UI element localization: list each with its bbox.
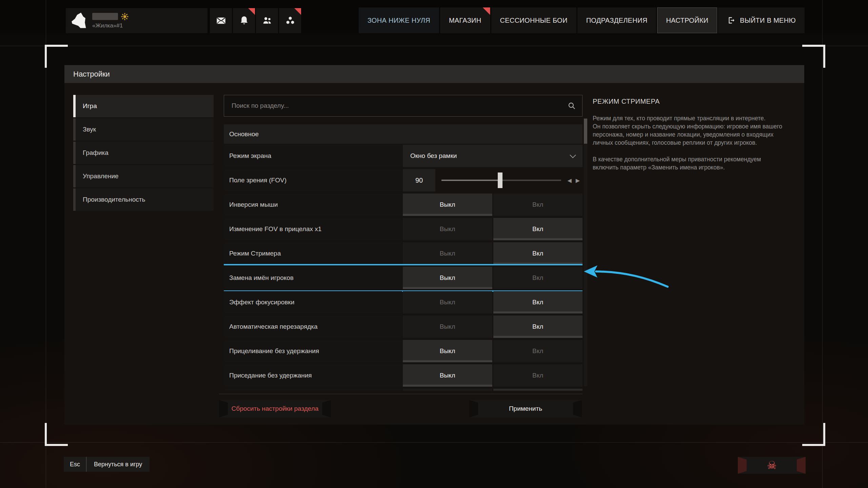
sidebar-item-производительность[interactable]: Производительность (73, 188, 214, 211)
fov-increase-button[interactable]: ▶ (576, 177, 580, 184)
list-divider (219, 394, 583, 394)
frame-line-right (822, 0, 823, 488)
fov-stepper: ◀▶ (567, 169, 583, 191)
toggle-off-button[interactable]: Выкл (403, 291, 492, 313)
toggle-off-button[interactable]: Выкл (403, 316, 492, 338)
squad-icon (285, 15, 296, 26)
sidebar-item-звук[interactable]: Звук (73, 118, 214, 141)
setting-label: Инверсия мыши (224, 194, 402, 216)
toggle-on-button[interactable]: Вкл (493, 194, 583, 216)
setting-row-8: Прицеливание без удержанияВыклВкл (224, 340, 583, 362)
slider-handle[interactable] (498, 172, 502, 188)
setting-label: Режим Стримера (224, 242, 402, 265)
toggle-off-button[interactable]: Выкл (403, 218, 492, 240)
nav-item-label: ПОДРАЗДЕЛЕНИЯ (586, 17, 648, 24)
toggle-off-button[interactable]: Выкл (403, 242, 492, 265)
settings-panel: Настройки ИграЗвукГрафикаУправлениеПроиз… (64, 65, 804, 425)
toggle-off-button[interactable]: Выкл (403, 364, 492, 387)
scrollbar-thumb[interactable] (584, 119, 587, 144)
squad-button[interactable] (279, 8, 301, 33)
sidebar-item-bar (73, 165, 76, 187)
sidebar-item-графика[interactable]: Графика (73, 142, 214, 164)
search-box[interactable] (224, 95, 583, 117)
player-name-redacted (92, 13, 118, 20)
toggle-on-button[interactable]: Вкл (493, 291, 583, 313)
settings-rows: Режим экранаОкно без рамкиПоле зрения (F… (224, 145, 583, 391)
suicide-button[interactable]: ☠ (738, 457, 806, 474)
notification-badge (294, 8, 301, 15)
notifications-button[interactable] (233, 8, 255, 33)
sidebar-item-игра[interactable]: Игра (73, 95, 214, 117)
nav-item-сессионные-бои[interactable]: СЕССИОННЫЕ БОИ (491, 7, 576, 33)
settings-scrollbar[interactable] (584, 118, 587, 386)
toggle-on-button[interactable]: Вкл (493, 316, 583, 338)
nav-item-label: ЗОНА НИЖЕ НУЛЯ (368, 17, 430, 24)
info-title: РЕЖИМ СТРИМЕРА (593, 98, 796, 105)
setting-row-5: Замена имён игроковВыклВкл (224, 267, 583, 289)
toggle-off-button[interactable]: Выкл (403, 389, 492, 391)
game-settings-screen: «Жилка»#1 ЗОНА НИЖЕ НУЛЯМАГАЗИНСЕССИОННЫ… (0, 0, 868, 488)
toggle-on-button[interactable]: Вкл (493, 364, 583, 387)
toggle-control: ВыклВкл (403, 242, 583, 265)
settings-main-column: Основное Режим экранаОкно без рамкиПоле … (224, 65, 583, 425)
setting-row-3: Изменение FOV в прицелах x1ВыклВкл (224, 218, 583, 240)
setting-label: Прицеливание без удержания (224, 340, 402, 362)
toggle-control: ВыклВкл (403, 316, 583, 338)
exit-icon (727, 16, 736, 25)
toggle-control: ВыклВкл (403, 340, 583, 362)
nav-item-настройки[interactable]: НАСТРОЙКИ (657, 7, 717, 33)
setting-label: Эффект фокусировки (224, 291, 402, 313)
search-input[interactable] (224, 102, 567, 109)
setting-row-2: Инверсия мышиВыклВкл (224, 194, 583, 216)
mail-button[interactable] (210, 8, 232, 33)
frame-line-top (0, 46, 868, 46)
fov-slider[interactable] (441, 169, 561, 191)
fov-decrease-button[interactable]: ◀ (567, 177, 571, 184)
notifications-icon (239, 15, 250, 26)
setting-label: Замена имён игроков (224, 267, 402, 289)
toggle-off-button[interactable]: Выкл (403, 267, 492, 289)
toggle-off-button[interactable]: Выкл (403, 194, 492, 216)
esc-key-label: Esc (64, 457, 86, 472)
fov-value[interactable]: 90 (403, 169, 435, 191)
main-nav: ЗОНА НИЖЕ НУЛЯМАГАЗИНСЕССИОННЫЕ БОИПОДРА… (359, 7, 805, 33)
screen-mode-dropdown[interactable]: Окно без рамки (403, 145, 583, 167)
info-paragraph: В качестве дополнительной меры приватнос… (593, 155, 785, 171)
sidebar-item-label: Звук (83, 126, 96, 133)
notification-badge (248, 8, 255, 15)
info-paragraph: Режим для тех, кто проводит прямые транс… (593, 114, 785, 147)
setting-label: Режим экрана (224, 145, 402, 167)
toggle-on-button[interactable]: Вкл (493, 267, 583, 289)
dropdown-value: Окно без рамки (410, 152, 457, 160)
frame-corner-bottom-right (802, 423, 825, 446)
sidebar-item-label: Управление (83, 172, 119, 180)
setting-label: Поле зрения (FOV) (224, 169, 402, 191)
toggle-control: ВыклВкл (403, 364, 583, 387)
toggle-control: ВыклВкл (403, 291, 583, 313)
toggle-on-button[interactable]: Вкл (493, 389, 583, 391)
player-chip[interactable]: «Жилка»#1 (66, 8, 208, 33)
setting-row-0: Режим экранаОкно без рамки (224, 145, 583, 167)
nav-item-магазин[interactable]: МАГАЗИН (440, 7, 490, 33)
toggle-on-button[interactable]: Вкл (493, 218, 583, 240)
toggle-on-button[interactable]: Вкл (493, 242, 583, 265)
return-to-game-label: Вернуться в игру (86, 461, 150, 468)
friends-button[interactable] (256, 8, 278, 33)
apply-button[interactable]: Применить (469, 400, 582, 418)
reset-section-button[interactable]: Сбросить настройки раздела (219, 400, 331, 418)
mail-icon (216, 15, 226, 26)
sidebar-item-управление[interactable]: Управление (73, 165, 214, 187)
frame-corner-top-left (45, 45, 68, 68)
return-to-game-button[interactable]: Esc Вернуться в игру (64, 457, 150, 472)
nav-item-подразделения[interactable]: ПОДРАЗДЕЛЕНИЯ (577, 7, 656, 33)
sidebar-item-label: Производительность (83, 196, 145, 203)
setting-row-1: Поле зрения (FOV)90◀▶ (224, 169, 583, 191)
nav-item-зона-ниже-нуля[interactable]: ЗОНА НИЖЕ НУЛЯ (359, 7, 439, 33)
toggle-off-button[interactable]: Выкл (403, 340, 492, 362)
toggle-on-button[interactable]: Вкл (493, 340, 583, 362)
chevron-down-icon (570, 152, 576, 158)
setting-label: Автоматическая перезарядка (224, 316, 402, 338)
apply-label: Применить (509, 405, 542, 412)
sidebar-item-label: Графика (83, 149, 108, 157)
nav-item-выйти-в-меню[interactable]: ВЫЙТИ В МЕНЮ (718, 7, 805, 33)
